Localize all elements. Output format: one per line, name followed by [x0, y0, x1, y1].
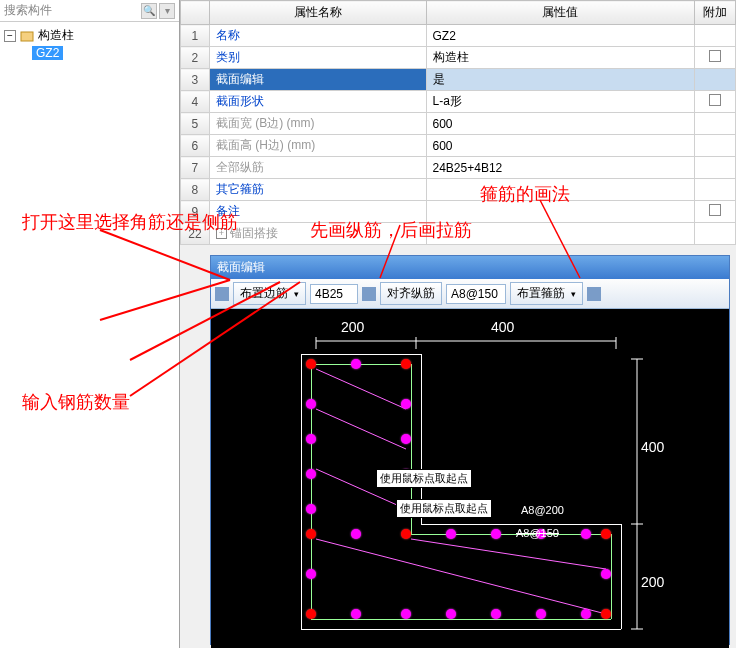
table-row[interactable]: 6截面高 (H边) (mm)600	[181, 135, 736, 157]
prop-name-label: 锚固搭接	[230, 225, 278, 242]
prop-addon-cell[interactable]	[694, 91, 735, 113]
svg-line-8	[316, 409, 406, 449]
svg-line-11	[411, 539, 606, 569]
search-placeholder: 搜索构件	[4, 2, 52, 19]
rebar-dot[interactable]	[581, 609, 591, 619]
rebar-dot[interactable]	[446, 609, 456, 619]
rebar-dot[interactable]	[306, 434, 316, 444]
prop-addon-cell[interactable]	[694, 47, 735, 69]
prop-value-cell[interactable]: GZ2	[426, 25, 694, 47]
prop-name-cell[interactable]: 截面高 (H边) (mm)	[209, 135, 426, 157]
tree-child-row[interactable]: GZ2	[4, 45, 175, 61]
prop-addon-cell[interactable]	[694, 25, 735, 47]
prop-name-cell[interactable]: 截面宽 (B边) (mm)	[209, 113, 426, 135]
prop-addon-cell[interactable]	[694, 201, 735, 223]
prop-value-cell[interactable]	[426, 223, 694, 245]
tree-collapse-icon[interactable]: −	[4, 30, 16, 42]
table-row[interactable]: 2类别构造柱	[181, 47, 736, 69]
rebar-dot[interactable]	[351, 609, 361, 619]
tooltip-1: 使用鼠标点取起点	[376, 469, 472, 488]
prop-addon-cell[interactable]	[694, 179, 735, 201]
table-row[interactable]: 9备注	[181, 201, 736, 223]
rebar-dot[interactable]	[491, 529, 501, 539]
rebar-dot[interactable]	[401, 359, 411, 369]
folder-icon	[20, 29, 34, 43]
prop-value-cell[interactable]: 是	[426, 69, 694, 91]
table-row[interactable]: 1名称GZ2	[181, 25, 736, 47]
table-row[interactable]: 8其它箍筋	[181, 179, 736, 201]
rebar-dot[interactable]	[601, 569, 611, 579]
prop-value-cell[interactable]: 600	[426, 135, 694, 157]
stirrup-label-1: A8@200	[521, 504, 564, 516]
prop-addon-cell[interactable]	[694, 135, 735, 157]
addon-checkbox[interactable]	[709, 50, 721, 62]
rebar-dot[interactable]	[306, 399, 316, 409]
table-row[interactable]: 4截面形状L-a形	[181, 91, 736, 113]
stirrup-spec-input[interactable]	[446, 284, 506, 304]
tree-root-row[interactable]: − 构造柱	[4, 26, 175, 45]
layout-stirrup-button[interactable]: 布置箍筋	[510, 282, 583, 305]
svg-line-10	[316, 539, 606, 614]
prop-name-cell[interactable]: 全部纵筋	[209, 157, 426, 179]
search-icon[interactable]: 🔍	[141, 3, 157, 19]
rownum: 4	[181, 91, 210, 113]
rownum: 1	[181, 25, 210, 47]
prop-value-cell[interactable]	[426, 179, 694, 201]
prop-addon-cell[interactable]	[694, 113, 735, 135]
rebar-count-input[interactable]	[310, 284, 358, 304]
rownum: 6	[181, 135, 210, 157]
prop-value-cell[interactable]: 24B25+4B12	[426, 157, 694, 179]
rownum: 22	[181, 223, 210, 245]
table-row[interactable]: 7全部纵筋24B25+4B12	[181, 157, 736, 179]
prop-addon-cell[interactable]	[694, 69, 735, 91]
rebar-dot[interactable]	[306, 529, 316, 539]
toolbar-icon-2[interactable]	[362, 287, 376, 301]
rebar-dot[interactable]	[491, 609, 501, 619]
prop-name-cell[interactable]: 截面编辑	[209, 69, 426, 91]
stirrup-label-2: A8@150	[516, 527, 559, 539]
expand-icon[interactable]: +	[216, 228, 227, 239]
rebar-dot[interactable]	[351, 529, 361, 539]
addon-checkbox[interactable]	[709, 204, 721, 216]
prop-name-cell[interactable]: 其它箍筋	[209, 179, 426, 201]
rebar-dot[interactable]	[351, 359, 361, 369]
rebar-dot[interactable]	[306, 569, 316, 579]
prop-value-cell[interactable]: 600	[426, 113, 694, 135]
rebar-dot[interactable]	[446, 529, 456, 539]
table-row[interactable]: 5截面宽 (B边) (mm)600	[181, 113, 736, 135]
rebar-dot[interactable]	[401, 434, 411, 444]
section-editor-window: 截面编辑 布置边筋 对齐纵筋 布置箍筋 200 400 400 200	[210, 255, 730, 645]
rebar-dot[interactable]	[401, 529, 411, 539]
addon-checkbox[interactable]	[709, 94, 721, 106]
search-bar: 搜索构件 🔍 ▾	[0, 0, 179, 22]
search-dropdown-icon[interactable]: ▾	[159, 3, 175, 19]
prop-name-cell[interactable]: 截面形状	[209, 91, 426, 113]
rebar-dot[interactable]	[581, 529, 591, 539]
prop-addon-cell[interactable]	[694, 157, 735, 179]
prop-value-cell[interactable]	[426, 201, 694, 223]
rebar-dot[interactable]	[306, 504, 316, 514]
rebar-dot[interactable]	[401, 399, 411, 409]
svg-rect-0	[21, 32, 33, 41]
toolbar-icon-1[interactable]	[215, 287, 229, 301]
align-rebar-button[interactable]: 对齐纵筋	[380, 282, 442, 305]
prop-name-cell[interactable]: 备注	[209, 201, 426, 223]
prop-value-cell[interactable]: 构造柱	[426, 47, 694, 69]
rebar-dot[interactable]	[306, 469, 316, 479]
rebar-dot[interactable]	[306, 359, 316, 369]
rebar-dot[interactable]	[536, 609, 546, 619]
rebar-dot[interactable]	[601, 529, 611, 539]
tooltip-2: 使用鼠标点取起点	[396, 499, 492, 518]
prop-name-cell[interactable]: 名称	[209, 25, 426, 47]
layout-edge-rebar-button[interactable]: 布置边筋	[233, 282, 306, 305]
rebar-dot[interactable]	[401, 609, 411, 619]
toolbar-icon-3[interactable]	[587, 287, 601, 301]
section-canvas[interactable]: 200 400 400 200	[211, 309, 729, 648]
prop-value-cell[interactable]: L-a形	[426, 91, 694, 113]
rebar-dot[interactable]	[306, 609, 316, 619]
table-row[interactable]: 3截面编辑是	[181, 69, 736, 91]
prop-name-cell[interactable]: 类别	[209, 47, 426, 69]
prop-name-cell: + 锚固搭接	[209, 223, 426, 245]
rebar-dot[interactable]	[601, 609, 611, 619]
table-row-22[interactable]: 22 + 锚固搭接	[181, 223, 736, 245]
